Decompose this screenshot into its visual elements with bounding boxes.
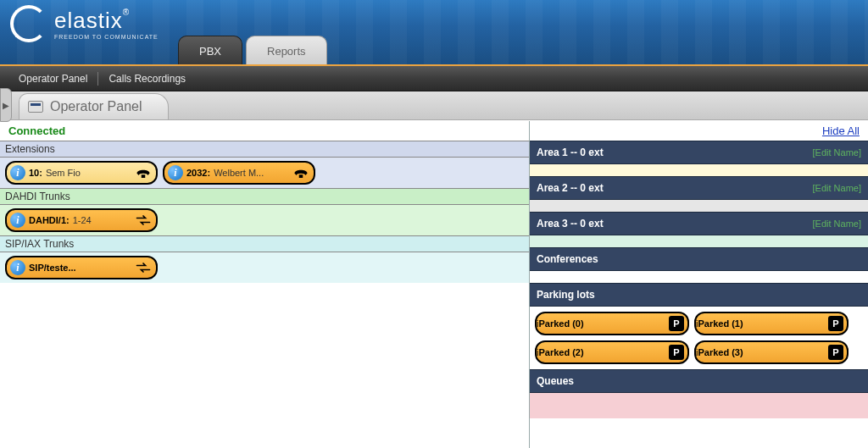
info-icon[interactable]: i [10,165,25,180]
chevron-right-icon: ▶ [3,101,9,110]
queues-header: Queues [530,369,868,393]
parking-slot-tile[interactable]: i Parked (0) P [535,312,689,335]
ext-name: Welbert M... [214,168,292,178]
parking-p-icon: P [828,345,843,360]
parking-header: Parking lots [530,283,868,307]
section-body-extensions: i 10: Sem Fio i 2032: Welbert M... [0,158,529,188]
subnav-calls-recordings[interactable]: Calls Recordings [98,73,196,85]
edit-name-link[interactable]: [Edit Name] [813,147,861,158]
section-header-dahdi: DAHDI Trunks [0,188,529,205]
trunk-id: SIP/teste... [29,263,76,273]
info-icon[interactable]: i [10,213,25,228]
panel-icon [28,101,43,113]
area-label: Area 1 -- 0 ext [537,147,604,158]
sub-nav: Operator Panel Calls Recordings [0,66,868,91]
section-header-extensions: Extensions [0,141,529,158]
page-tab-label: Operator Panel [50,99,142,114]
section-header-sip: SIP/IAX Trunks [0,235,529,252]
brand-name: elastix [54,8,123,33]
parking-slot-label: Parked (2) [538,347,669,357]
sip-trunk-tile[interactable]: i SIP/teste... [5,256,158,279]
area-body [530,164,868,176]
section-body-sip: i SIP/teste... [0,252,529,283]
phone-icon [134,167,153,179]
extension-tile[interactable]: i 2032: Welbert M... [163,161,315,185]
area-header: Area 2 -- 0 ext [Edit Name] [530,176,868,200]
ext-name: Sem Fio [46,168,134,178]
status-bar-right: Hide All [530,121,868,141]
area-body [530,200,868,212]
extension-tile[interactable]: i 10: Sem Fio [5,161,158,185]
subnav-operator-panel[interactable]: Operator Panel [8,73,97,85]
edit-name-link[interactable]: [Edit Name] [813,218,861,229]
brand-tagline: FREEDOM TO COMMUNICATE [54,34,159,40]
section-body-dahdi: i DAHDI/1: 1-24 [0,205,529,235]
phone-icon [292,167,310,179]
queues-body [530,393,868,418]
conferences-body [530,271,868,283]
parking-body: i Parked (0) P i Parked (1) P i Parked (… [530,307,868,369]
trunk-id: DAHDI/1: [29,215,70,225]
side-collapse-handle[interactable]: ▶ [0,88,12,122]
brand-logo: elastix® FREEDOM TO COMMUNICATE [10,5,159,42]
area-header: Area 1 -- 0 ext [Edit Name] [530,141,868,164]
tab-pbx[interactable]: PBX [178,36,242,64]
page-bar: ▶ Operator Panel [0,91,868,120]
conferences-label: Conferences [537,253,598,265]
info-icon[interactable]: i [168,165,183,180]
left-column: Connected Extensions i 10: Sem Fio i 203… [0,121,530,448]
parking-p-icon: P [828,316,843,331]
ext-number: 10: [29,168,42,178]
trunk-range: 1-24 [73,215,134,225]
edit-name-link[interactable]: [Edit Name] [813,183,861,193]
parking-slot-label: Parked (0) [538,318,669,329]
parking-p-icon: P [669,345,684,360]
tab-reports[interactable]: Reports [246,36,327,64]
parking-slot-label: Parked (1) [698,318,828,329]
ext-number: 2032: [186,168,210,178]
logo-ring-icon [10,5,47,42]
area-body [530,235,868,247]
connection-status: Connected [8,124,65,137]
conferences-header: Conferences [530,247,868,271]
parking-slot-tile[interactable]: i Parked (1) P [694,312,849,335]
area-label: Area 3 -- 0 ext [537,218,604,230]
page-tab-operator-panel[interactable]: Operator Panel [19,93,169,119]
parking-slot-tile[interactable]: i Parked (3) P [694,340,849,364]
dahdi-trunk-tile[interactable]: i DAHDI/1: 1-24 [5,208,158,232]
parking-p-icon: P [669,316,684,331]
area-header: Area 3 -- 0 ext [Edit Name] [530,212,868,235]
hide-all-link[interactable]: Hide All [822,124,860,137]
trunk-arrows-icon [134,262,153,274]
area-label: Area 2 -- 0 ext [537,182,604,194]
right-column: Hide All Area 1 -- 0 ext [Edit Name] Are… [530,121,868,448]
top-brand-bar: elastix® FREEDOM TO COMMUNICATE PBX Repo… [0,0,868,66]
parking-slot-tile[interactable]: i Parked (2) P [535,340,689,364]
main-tabs: PBX Reports [178,36,327,64]
info-icon[interactable]: i [10,260,25,275]
queues-label: Queues [537,375,574,387]
status-bar: Connected [0,121,529,141]
work-area: Connected Extensions i 10: Sem Fio i 203… [0,120,868,448]
trunk-arrows-icon [134,214,153,226]
parking-slot-label: Parked (3) [698,347,828,357]
parking-label: Parking lots [537,289,595,301]
